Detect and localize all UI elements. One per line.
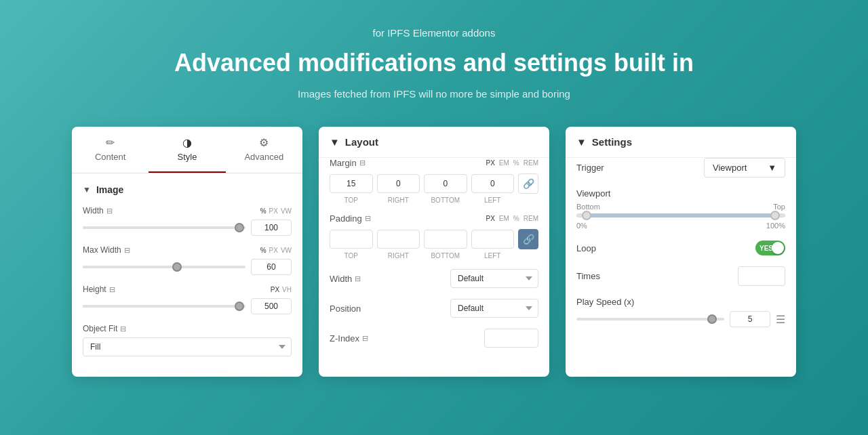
tab-style-label: Style (178, 152, 197, 162)
padding-bottom-input[interactable] (424, 230, 467, 249)
margin-bottom-input[interactable] (424, 174, 467, 193)
margin-unit-px[interactable]: PX (486, 159, 495, 167)
margin-input-labels: TOP RIGHT BOTTOM LEFT (330, 196, 538, 204)
max-width-slider-thumb[interactable] (172, 262, 182, 272)
max-width-label: Max Width (83, 245, 130, 255)
height-input[interactable] (251, 298, 292, 314)
padding-field: Padding ⊟ PX EM % REM 🔗 (330, 213, 538, 260)
width-unit-px[interactable]: % (260, 207, 267, 215)
play-speed-field: Play Speed (x) ☰ (576, 297, 785, 327)
width-slider-container (83, 220, 292, 236)
layout-collapse-icon[interactable]: ▼ (330, 136, 340, 148)
viewport-slider-track[interactable] (576, 213, 785, 218)
play-speed-input[interactable] (730, 311, 770, 327)
height-unit-vh[interactable]: VH (282, 286, 292, 293)
margin-link-button[interactable]: 🔗 (518, 173, 538, 194)
max-width-responsive-icon (124, 245, 130, 255)
padding-link-button[interactable]: 🔗 (518, 229, 538, 249)
height-label: Height (83, 285, 115, 294)
style-panel: ✏ Content ◑ Style ⚙ Advanced ▼ Image (72, 127, 302, 377)
position-label-text: Position (330, 304, 361, 314)
padding-unit-px[interactable]: PX (486, 215, 495, 222)
z-index-input[interactable] (484, 329, 538, 348)
viewport-label: Viewport (576, 188, 785, 199)
play-speed-list-icon[interactable]: ☰ (776, 313, 785, 326)
max-width-slider-fill (83, 266, 180, 268)
max-width-input[interactable] (251, 259, 292, 275)
tab-advanced[interactable]: ⚙ Advanced (226, 127, 302, 173)
max-width-unit-px[interactable]: % (260, 247, 267, 254)
height-label-row: Height PX VH (83, 285, 292, 294)
margin-left-input[interactable] (471, 174, 515, 193)
viewport-label-row: Bottom Top (576, 203, 785, 211)
times-input[interactable] (738, 266, 785, 286)
width-slider-track[interactable] (83, 226, 245, 229)
style-panel-body: ▼ Image Width % PX VW (72, 173, 302, 377)
viewport-slider-fill (587, 213, 774, 218)
trigger-field: Trigger Viewport ▼ (576, 158, 785, 178)
margin-unit-rem[interactable]: REM (524, 159, 538, 167)
viewport-thumb-right[interactable] (770, 211, 780, 220)
tab-content[interactable]: ✏ Content (72, 127, 149, 173)
padding-top-input[interactable] (330, 230, 373, 249)
width-units: % PX VW (260, 207, 292, 215)
loop-toggle-thumb (772, 242, 784, 254)
viewport-bottom-label: Bottom (576, 203, 600, 211)
padding-top-label: TOP (330, 252, 373, 260)
trigger-dropdown[interactable]: Viewport ▼ (704, 158, 785, 178)
margin-unit-em[interactable]: EM (499, 159, 509, 167)
loop-toggle[interactable]: YES (755, 241, 785, 255)
height-label-text: Height (83, 285, 106, 294)
max-width-unit-vw[interactable]: VW (281, 247, 292, 254)
object-fit-label-row: Object Fit (83, 324, 292, 333)
object-fit-label: Object Fit (83, 324, 126, 333)
play-speed-slider-track[interactable] (576, 318, 724, 320)
padding-label-text: Padding (330, 213, 362, 224)
padding-right-input[interactable] (377, 230, 420, 249)
settings-title: Settings (592, 136, 632, 148)
width-input[interactable] (251, 220, 292, 236)
margin-right-label: RIGHT (377, 196, 420, 204)
settings-panel-body: Trigger Viewport ▼ Viewport Bottom Top (566, 158, 796, 348)
height-slider-container (83, 298, 292, 314)
z-index-label: Z-Index ⊟ (330, 333, 368, 344)
padding-units: PX EM % REM (486, 215, 538, 222)
padding-unit-em[interactable]: EM (499, 215, 509, 222)
position-select-wrapper: Default Fixed Absolute (450, 299, 538, 318)
margin-units: PX EM % REM (486, 159, 538, 167)
play-speed-slider-row: ☰ (576, 311, 785, 327)
width-unit-px2[interactable]: PX (269, 207, 278, 215)
tab-style[interactable]: ◑ Style (149, 127, 225, 173)
position-select[interactable]: Default Fixed Absolute (450, 299, 538, 318)
max-width-units: % PX VW (260, 247, 292, 254)
z-index-field: Z-Index ⊟ (330, 329, 538, 348)
height-unit-px[interactable]: PX (271, 286, 279, 293)
tab-bar: ✏ Content ◑ Style ⚙ Advanced (72, 127, 302, 173)
padding-input-labels: TOP RIGHT BOTTOM LEFT (330, 252, 538, 260)
max-width-slider-track[interactable] (83, 266, 245, 268)
layout-panel: ▼ Layout Margin ⊟ PX EM % REM (319, 127, 549, 377)
margin-label: Margin ⊟ (330, 158, 366, 168)
play-speed-thumb[interactable] (707, 314, 717, 324)
layout-panel-body: Margin ⊟ PX EM % REM 🔗 (319, 158, 549, 369)
width-unit-vw[interactable]: VW (281, 207, 292, 215)
width-field: Width % PX VW (83, 206, 292, 236)
viewport-thumb-left[interactable] (582, 211, 591, 220)
height-slider-thumb[interactable] (235, 302, 244, 311)
margin-top-input[interactable] (330, 174, 373, 193)
padding-left-input[interactable] (471, 230, 515, 249)
max-width-unit-px2[interactable]: PX (269, 247, 278, 254)
margin-unit-pct[interactable]: % (513, 159, 519, 167)
loop-toggle-track[interactable]: YES (755, 241, 785, 255)
width-slider-fill (83, 226, 245, 229)
layout-width-select[interactable]: Default Full Width Inline (450, 269, 538, 288)
padding-unit-pct[interactable]: % (513, 215, 519, 222)
settings-collapse-icon[interactable]: ▼ (576, 136, 587, 148)
loop-toggle-yes-label: YES (760, 245, 773, 252)
padding-unit-rem[interactable]: REM (524, 215, 538, 222)
section-collapse-icon[interactable]: ▼ (83, 185, 91, 194)
width-slider-thumb[interactable] (235, 223, 244, 232)
height-slider-track[interactable] (83, 305, 245, 308)
margin-right-input[interactable] (377, 174, 420, 193)
object-fit-select[interactable]: Fill Contain Cover None (83, 337, 292, 356)
